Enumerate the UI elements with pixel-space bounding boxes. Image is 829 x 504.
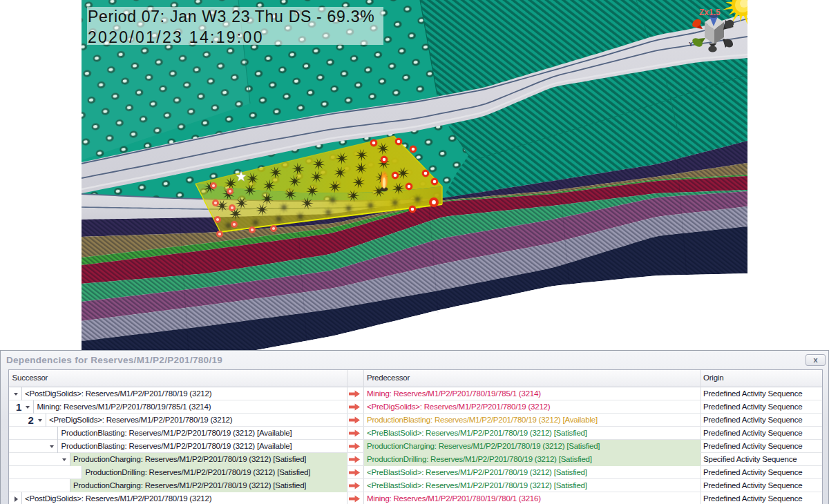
svg-text:Zx1.5: Zx1.5: [699, 8, 721, 17]
svg-text:Y: Y: [689, 41, 693, 48]
